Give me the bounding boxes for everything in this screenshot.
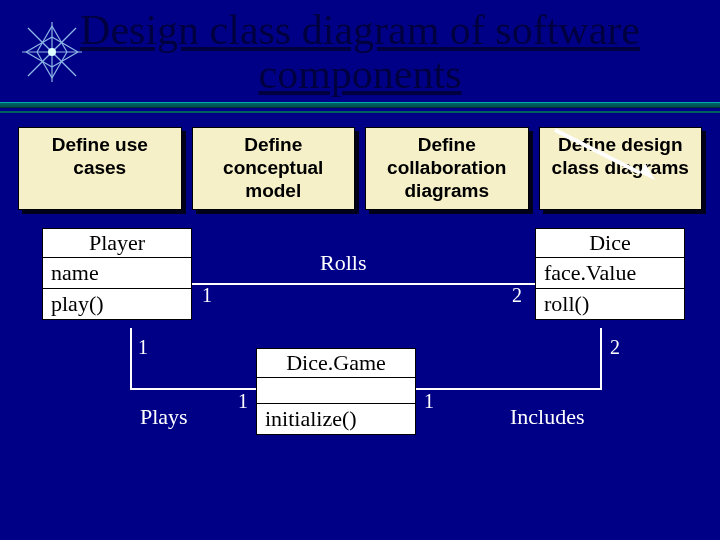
mult-plays-game: 1: [238, 390, 248, 413]
slide-title-line1: Design class diagram of software: [0, 8, 720, 52]
assoc-label-includes: Includes: [510, 404, 585, 430]
process-box-collaboration: Define collaboration diagrams: [365, 127, 529, 209]
arrow-icon: [545, 125, 665, 189]
slide-title-line2: components: [0, 52, 720, 96]
mult-plays-player: 1: [138, 336, 148, 359]
title-block: Design class diagram of software compone…: [0, 0, 720, 96]
svg-point-12: [48, 48, 56, 56]
svg-line-13: [555, 130, 640, 173]
class-player: Player name play(): [42, 228, 192, 320]
class-operation: initialize(): [257, 404, 415, 434]
assoc-line-includes: [600, 328, 602, 388]
mult-rolls-player: 1: [202, 284, 212, 307]
class-dice: Dice face.Value roll(): [535, 228, 685, 320]
class-name: Dice: [536, 229, 684, 258]
mult-rolls-dice: 2: [512, 284, 522, 307]
process-box-conceptual: Define conceptual model: [192, 127, 356, 209]
class-name: Dice.Game: [257, 349, 415, 378]
svg-marker-14: [640, 163, 655, 180]
assoc-label-plays: Plays: [140, 404, 188, 430]
assoc-line-plays: [130, 328, 132, 388]
class-operation: roll(): [536, 289, 684, 319]
assoc-label-rolls: Rolls: [320, 250, 366, 276]
assoc-line-includes: [416, 388, 602, 390]
class-attribute: face.Value: [536, 258, 684, 289]
uml-area: Player name play() Dice face.Value roll(…: [0, 228, 720, 528]
starburst-icon: [22, 22, 82, 82]
mult-includes-game: 1: [424, 390, 434, 413]
process-box-use-cases: Define use cases: [18, 127, 182, 209]
class-attribute-empty: [257, 378, 415, 404]
divider-thick: [0, 102, 720, 108]
class-attribute: name: [43, 258, 191, 289]
assoc-line-rolls: [192, 283, 535, 285]
class-dicegame: Dice.Game initialize(): [256, 348, 416, 435]
class-operation: play(): [43, 289, 191, 319]
class-name: Player: [43, 229, 191, 258]
mult-includes-dice: 2: [610, 336, 620, 359]
